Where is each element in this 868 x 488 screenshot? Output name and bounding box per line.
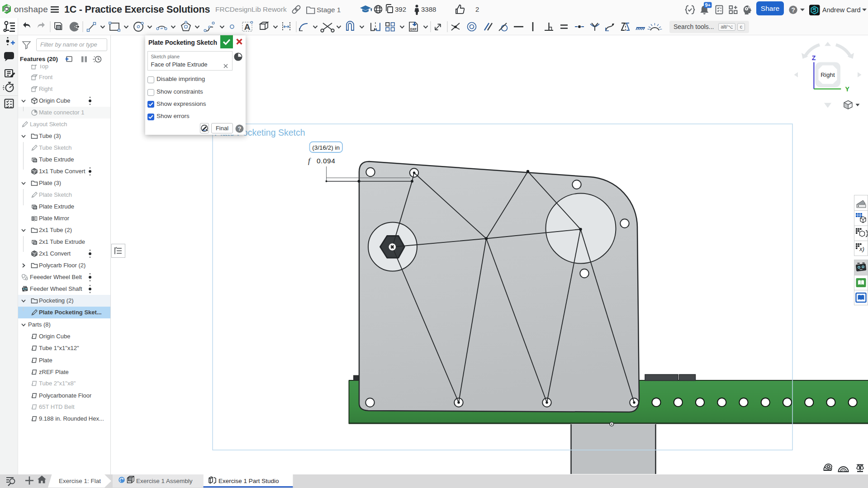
svg-text:2: 2 [475,5,479,13]
svg-text:Stage 1: Stage 1 [317,6,341,14]
svg-text:?: ? [238,126,242,132]
svg-text:Y: Y [845,85,850,93]
svg-text:Exercise 1 Part Studio: Exercise 1 Part Studio [218,478,279,484]
svg-text:f: f [308,156,311,165]
svg-text:9+: 9+ [705,2,711,8]
svg-text:A: A [244,22,251,32]
svg-text:DXF: DXF [410,28,417,31]
svg-text:FRCDesignLib Rework: FRCDesignLib Rework [215,5,287,13]
svg-text:0.094: 0.094 [317,157,335,165]
svg-text:(3/16/2) in: (3/16/2) in [312,144,340,151]
svg-text:onshape: onshape [14,5,48,14]
svg-text:1C - Practice Exercise Solutio: 1C - Practice Exercise Solutions [64,4,210,15]
svg-text:Andrew Card: Andrew Card [822,6,861,14]
svg-text:Z: Z [812,54,816,62]
svg-text:Exercise 1: Flat: Exercise 1: Flat [59,478,101,484]
svg-text:Exercise 1 Assembly: Exercise 1 Assembly [136,478,193,484]
svg-text:392: 392 [395,5,406,13]
svg-text:Right: Right [821,71,835,78]
svg-text:x): x) [859,246,864,252]
svg-text:?: ? [791,6,795,14]
svg-text:3388: 3388 [421,5,436,13]
